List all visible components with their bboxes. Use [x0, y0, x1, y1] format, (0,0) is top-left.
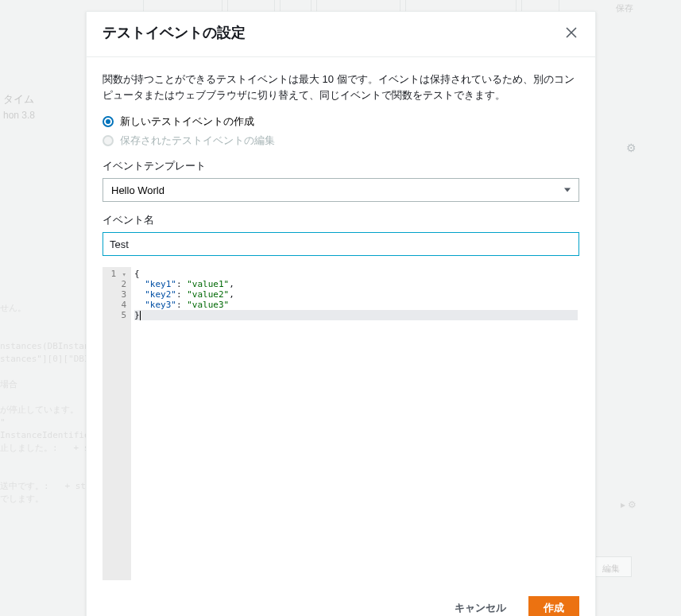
- radio-edit-saved-event: 保存されたテストイベントの編集: [103, 134, 579, 148]
- event-mode-radio-group: 新しいテストイベントの作成 保存されたテストイベントの編集: [103, 114, 579, 148]
- chevron-down-icon: [564, 188, 571, 192]
- modal-title: テストイベントの設定: [103, 23, 246, 42]
- close-icon: [566, 27, 577, 38]
- create-button[interactable]: 作成: [528, 596, 579, 616]
- radio-icon-checked: [103, 116, 114, 127]
- bg-edit-button: 編集: [592, 556, 632, 577]
- radio-create-new-event[interactable]: 新しいテストイベントの作成: [103, 114, 579, 129]
- event-template-label: イベントテンプレート: [103, 159, 579, 173]
- json-code-editor[interactable]: 1 ▾2345 { "key1": "value1", "key2": "val…: [103, 267, 579, 580]
- bg-runtime-value: hon 3.8: [3, 110, 35, 121]
- bg-code-text: せん。 nstances(DBInstance stances"][0]["DB…: [0, 302, 100, 506]
- code-gutter: 1 ▾2345: [103, 267, 131, 580]
- modal-header: テストイベントの設定: [87, 12, 595, 57]
- modal-footer: キャンセル 作成: [87, 587, 595, 616]
- event-template-field: イベントテンプレート Hello World: [103, 159, 579, 202]
- cancel-button[interactable]: キャンセル: [440, 596, 520, 616]
- modal-description: 関数が持つことができるテストイベントは最大 10 個です。イベントは保持されてい…: [103, 72, 579, 103]
- configure-test-event-modal: テストイベントの設定 関数が持つことができるテストイベントは最大 10 個です。…: [86, 11, 596, 616]
- modal-body: 関数が持つことができるテストイベントは最大 10 個です。イベントは保持されてい…: [87, 57, 595, 580]
- close-button[interactable]: [563, 25, 579, 41]
- gear-icon: ⚙: [626, 141, 637, 154]
- event-name-label: イベント名: [103, 213, 579, 227]
- event-name-input[interactable]: [103, 232, 579, 256]
- event-template-select[interactable]: Hello World: [103, 178, 579, 202]
- event-template-value: Hello World: [111, 184, 164, 196]
- caret-gear-icon: ▸ ⚙: [621, 499, 637, 510]
- bg-runtime-label: タイム: [3, 92, 34, 107]
- radio-icon-disabled: [103, 135, 114, 146]
- radio-create-label: 新しいテストイベントの作成: [120, 114, 254, 129]
- code-content[interactable]: { "key1": "value1", "key2": "value2", "k…: [131, 267, 579, 580]
- radio-edit-label: 保存されたテストイベントの編集: [120, 134, 275, 148]
- event-name-field: イベント名: [103, 213, 579, 256]
- bg-save-label: 保存: [616, 2, 633, 14]
